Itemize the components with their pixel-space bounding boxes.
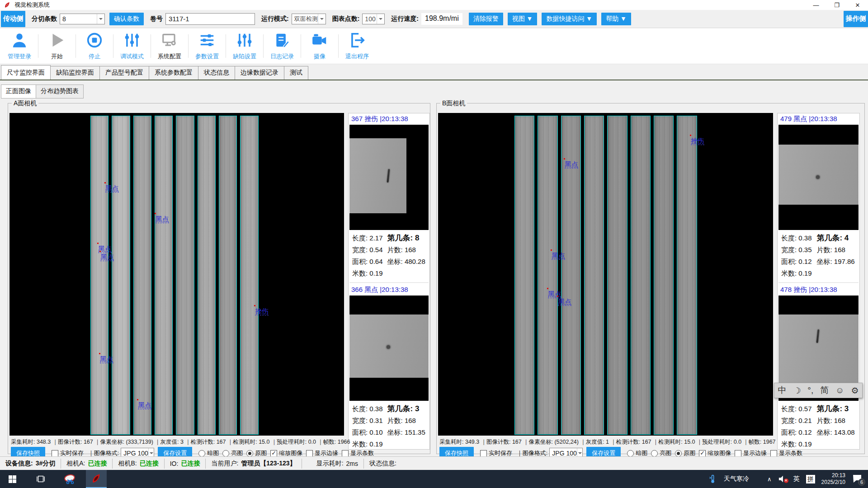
tab-6[interactable]: 边缘数据记录	[235, 66, 284, 80]
log-record-icon	[274, 32, 291, 51]
volume-muted-icon[interactable]: ✕	[778, 475, 787, 483]
chart-points-select[interactable]: 100	[362, 14, 385, 24]
toolbar-item-param-settings[interactable]: 参数设置	[190, 32, 224, 61]
defect-card-header: 366 黑点 |20:13:38	[349, 285, 429, 296]
camera-a-connected-value: 已连接	[88, 460, 107, 468]
tab-2[interactable]: 缺陷监控界面	[50, 66, 100, 80]
roll-number-label: 卷号	[150, 15, 163, 23]
camera-a-status-segment: 相机A: 已连接	[61, 459, 113, 469]
defect-annotation: 黑点	[105, 184, 119, 192]
card-separator	[349, 282, 429, 283]
subtab-2[interactable]: 分布趋势图表	[36, 84, 84, 99]
defect-stat: 第几条: 3	[387, 404, 427, 414]
tab-4[interactable]: 系统参数配置	[149, 66, 198, 80]
weather-text[interactable]: 天气寒冷	[724, 475, 749, 483]
minimize-button[interactable]: —	[806, 0, 826, 10]
defect-stat: 面积: 0.10	[352, 427, 387, 438]
tab-5[interactable]: 状态信息	[198, 66, 235, 80]
display-option-checkbox-2[interactable]	[735, 450, 741, 457]
ime-chinese-mode-icon[interactable]: 中	[778, 385, 786, 396]
defect-settings-label: 缺陷设置	[233, 52, 256, 61]
device-info-label: 设备信息:	[5, 460, 33, 468]
tab-1[interactable]: 尺寸监控界面	[1, 65, 51, 80]
defect-stat: 面积: 0.12	[781, 427, 816, 438]
defect-thumbnail	[349, 296, 429, 401]
toolbar-item-exit-program[interactable]: 退出程序	[340, 32, 374, 61]
chevron-down-icon[interactable]	[318, 14, 326, 24]
toolbar-item-admin-login[interactable]: 管理登录	[3, 32, 36, 61]
toolbar-item-defect-settings[interactable]: 缺陷设置	[228, 32, 261, 61]
vision-app-taskbar-button[interactable]	[86, 470, 107, 488]
tab-3[interactable]: 产品型号配置	[99, 66, 149, 80]
toolbar-item-log-record[interactable]: 日志记录	[265, 32, 299, 61]
toolbar-item-debug-mode[interactable]: 调试模式	[115, 32, 149, 61]
maximize-button[interactable]: ❐	[826, 0, 847, 10]
drive-side-button[interactable]: 传动侧	[1, 11, 25, 27]
slit-count-select[interactable]: 8	[60, 14, 105, 24]
notification-center-button[interactable]: 6	[852, 474, 863, 484]
clear-alarm-button[interactable]: 清除报警	[469, 13, 503, 25]
toolbar-item-start[interactable]: 开始	[40, 32, 74, 61]
toolbar-item-stop[interactable]: 停止	[78, 32, 111, 61]
tab-7[interactable]: 测试	[284, 66, 308, 80]
tray-expand-icon[interactable]: ∧	[767, 476, 772, 483]
display-time-label: 显示耗时:	[316, 460, 344, 468]
realtime-save-checkbox[interactable]	[52, 450, 58, 457]
realtime-save-checkbox[interactable]	[480, 450, 487, 457]
image-mode-radio-1[interactable]	[198, 450, 205, 457]
defect-annotation: 挫伤	[691, 137, 704, 145]
quick-access-menu-button[interactable]: 数据快捷访问 ▼	[542, 13, 597, 25]
view-menu-button[interactable]: 视图 ▼	[508, 13, 538, 25]
display-option-checkbox-3[interactable]	[342, 450, 349, 457]
ime-simplified-icon[interactable]: 简	[820, 385, 829, 396]
confirm-count-button[interactable]: 确认条数	[109, 13, 144, 25]
help-menu-button[interactable]: 帮助 ▼	[601, 13, 631, 25]
display-option-checkbox-1[interactable]	[270, 450, 277, 457]
ime-indicator[interactable]: 拼	[806, 475, 815, 483]
chevron-down-icon[interactable]	[97, 14, 104, 24]
strip-outline	[514, 116, 534, 435]
display-option-checkbox-2[interactable]	[306, 450, 313, 457]
strip-outline	[607, 116, 627, 435]
defect-card[interactable]: 478 挫伤 |20:13:38长度: 0.57第几条: 3宽度: 0.21片数…	[778, 285, 859, 450]
subtab-1[interactable]: 正面图像	[1, 84, 36, 99]
start-button[interactable]	[2, 470, 23, 488]
snipping-tool-button[interactable]	[60, 470, 80, 488]
chevron-down-icon[interactable]	[377, 14, 384, 24]
close-button[interactable]: ✕	[847, 0, 868, 10]
roll-number-input[interactable]	[165, 13, 255, 25]
image-mode-radio-2[interactable]	[651, 450, 658, 457]
defect-stat: 宽度: 0.54	[352, 244, 387, 255]
run-mode-select[interactable]: 双面检测	[292, 14, 326, 24]
top-toolbar: 传动侧 分切条数 8 确认条数 卷号 运行模式: 双面检测 图表点数: 100 …	[0, 10, 868, 28]
defect-card-column: 367 挫伤 |20:13:38长度: 2.17第几条: 8宽度: 0.54片数…	[348, 113, 430, 450]
ime-punctuation-icon[interactable]: °,	[807, 385, 813, 395]
main-tabs: 尺寸监控界面缺陷监控界面产品型号配置系统参数配置状态信息边缘数据记录测试	[0, 66, 868, 80]
defect-card[interactable]: 366 黑点 |20:13:38长度: 0.38第几条: 3宽度: 0.31片数…	[349, 285, 429, 450]
taskbar-clock[interactable]: 20:13 2025/2/10	[821, 472, 845, 486]
display-option-checkbox-1[interactable]	[699, 450, 706, 457]
language-indicator[interactable]: 英	[793, 475, 800, 483]
defect-stat: 宽度: 0.35	[781, 244, 816, 255]
task-view-button[interactable]	[31, 470, 52, 488]
ime-softkeyboard-icon[interactable]: ☺	[835, 385, 844, 395]
image-mode-radio-3[interactable]	[675, 450, 682, 457]
image-mode-radio-2[interactable]	[222, 450, 229, 457]
image-mode-radio-1[interactable]	[627, 450, 634, 457]
ime-settings-icon[interactable]: ⚙	[851, 385, 859, 396]
ime-language-bar: 中☽°,简☺⚙	[774, 383, 863, 398]
stop-label: 停止	[89, 52, 100, 61]
toolbar-item-system-config[interactable]: 系统配置	[153, 32, 186, 61]
strip-outline	[240, 116, 258, 435]
image-mode-radio-3[interactable]	[246, 450, 253, 457]
slit-count-value: 8	[62, 15, 66, 23]
camera-panel-title: A面相机	[12, 99, 38, 108]
ime-fullwidth-icon[interactable]: ☽	[793, 385, 801, 396]
defect-card[interactable]: 367 挫伤 |20:13:38长度: 2.17第几条: 8宽度: 0.54片数…	[349, 114, 429, 280]
display-option-checkbox-3[interactable]	[770, 450, 777, 457]
operator-side-button[interactable]: 操作侧	[844, 11, 868, 27]
defect-stat: 坐标: 151.35	[387, 427, 427, 438]
defect-card[interactable]: 479 黑点 |20:13:38长度: 0.38第几条: 4宽度: 0.35片数…	[778, 114, 859, 280]
toolbar-item-capture[interactable]: 摄像	[303, 32, 336, 61]
thermometer-icon[interactable]	[708, 474, 717, 484]
